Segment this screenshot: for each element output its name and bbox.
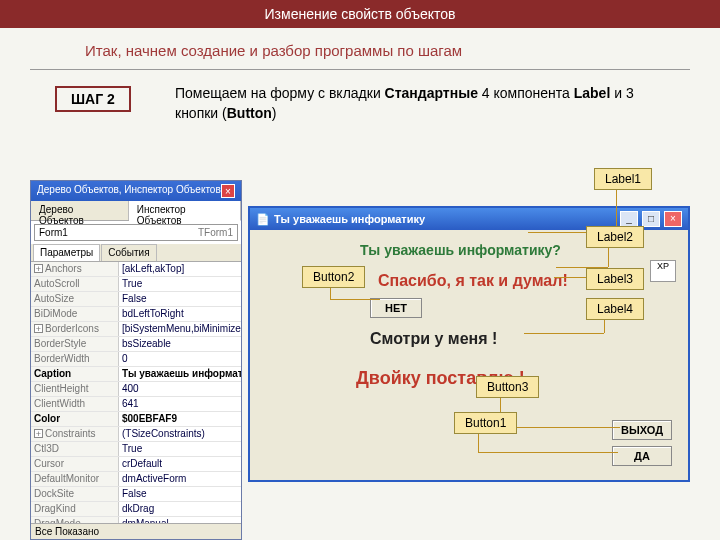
property-name: Anchors xyxy=(45,263,82,274)
text: Помещаем на форму с вкладки xyxy=(175,85,385,101)
property-name: DefaultMonitor xyxy=(34,473,99,484)
label-thanks[interactable]: Спасибо, я так и думал! xyxy=(378,272,568,290)
property-name: Color xyxy=(34,413,60,424)
property-value[interactable]: Ты уважаешь информатику xyxy=(119,367,241,381)
expand-icon[interactable]: + xyxy=(34,324,43,333)
property-row[interactable]: ClientWidth641 xyxy=(31,397,241,412)
callout-button1: Button1 xyxy=(454,412,517,434)
text: 4 компонента xyxy=(478,85,574,101)
connector xyxy=(554,277,586,278)
object-name: Form1 xyxy=(39,227,68,238)
text-bold: Label xyxy=(574,85,611,101)
property-value[interactable]: True xyxy=(119,277,241,291)
connector xyxy=(330,287,331,299)
object-type: TForm1 xyxy=(198,227,233,238)
property-value[interactable]: [biSystemMenu,biMinimize,biMaximiz xyxy=(119,322,241,336)
maximize-icon[interactable]: □ xyxy=(642,211,660,227)
property-name: ClientWidth xyxy=(34,398,85,409)
property-row[interactable]: ClientHeight400 xyxy=(31,382,241,397)
property-value[interactable]: 400 xyxy=(119,382,241,396)
connector xyxy=(478,433,479,453)
button-yes[interactable]: ДА xyxy=(612,446,672,466)
label-look[interactable]: Смотри у меня ! xyxy=(370,330,497,348)
inspector-titlebar[interactable]: Дерево Объектов, Инспектор Объектов × xyxy=(31,181,241,201)
property-name: AutoScroll xyxy=(34,278,80,289)
property-row[interactable]: DockSiteFalse xyxy=(31,487,241,502)
connector xyxy=(604,319,605,333)
callout-label4: Label4 xyxy=(586,298,644,320)
label-question[interactable]: Ты уважаешь информатику? xyxy=(360,242,561,258)
property-row[interactable]: DragKinddkDrag xyxy=(31,502,241,517)
property-name: DragKind xyxy=(34,503,76,514)
tab-events[interactable]: События xyxy=(101,244,156,261)
property-name: BorderWidth xyxy=(34,353,90,364)
property-value[interactable]: bsSizeable xyxy=(119,337,241,351)
property-row[interactable]: AutoSizeFalse xyxy=(31,292,241,307)
property-name: Cursor xyxy=(34,458,64,469)
close-icon[interactable]: × xyxy=(221,184,235,198)
connector xyxy=(524,333,604,334)
property-row[interactable]: DefaultMonitordmActiveForm xyxy=(31,472,241,487)
property-value[interactable]: False xyxy=(119,292,241,306)
tab-properties[interactable]: Параметры xyxy=(33,244,100,261)
property-row[interactable]: AutoScrollTrue xyxy=(31,277,241,292)
callout-label3: Label3 xyxy=(586,268,644,290)
object-inspector-window: Дерево Объектов, Инспектор Объектов × Де… xyxy=(30,180,242,540)
connector xyxy=(478,452,618,453)
form-icon: 📄 xyxy=(256,213,270,226)
step-badge: ШАГ 2 xyxy=(55,86,131,112)
text-bold: Стандартные xyxy=(385,85,478,101)
property-value[interactable]: dkDrag xyxy=(119,502,241,516)
tab-object-inspector[interactable]: Инспектор Объектов xyxy=(129,201,241,221)
property-grid[interactable]: +Anchors[akLeft,akTop]AutoScrollTrueAuto… xyxy=(31,262,241,540)
property-value[interactable]: $00EBFAF9 xyxy=(119,412,241,426)
property-row[interactable]: BiDiModebdLeftToRight xyxy=(31,307,241,322)
connector xyxy=(500,427,620,428)
property-name: BorderStyle xyxy=(34,338,86,349)
property-value[interactable]: False xyxy=(119,487,241,501)
tab-object-tree[interactable]: Дерево Объектов xyxy=(31,201,129,220)
app-title: Ты уважаешь информатику xyxy=(274,213,616,225)
property-row[interactable]: Color$00EBFAF9 xyxy=(31,412,241,427)
text-bold: Button xyxy=(227,105,272,121)
expand-icon[interactable]: + xyxy=(34,429,43,438)
callout-button2: Button2 xyxy=(302,266,365,288)
property-value[interactable]: crDefault xyxy=(119,457,241,471)
property-name: Constraints xyxy=(45,428,96,439)
close-icon[interactable]: × xyxy=(664,211,682,227)
property-value[interactable]: 0 xyxy=(119,352,241,366)
xp-icon: XP xyxy=(650,260,676,282)
inspector-footer: Все Показано xyxy=(31,523,241,539)
callout-label2: Label2 xyxy=(586,226,644,248)
page-title: Изменение свойств объектов xyxy=(0,0,720,28)
property-name: DockSite xyxy=(34,488,74,499)
inspector-tabs: Дерево Объектов Инспектор Объектов xyxy=(31,201,241,221)
property-name: BiDiMode xyxy=(34,308,77,319)
callout-label1: Label1 xyxy=(594,168,652,190)
property-row[interactable]: +BorderIcons[biSystemMenu,biMinimize,biM… xyxy=(31,322,241,337)
minimize-icon[interactable]: _ xyxy=(620,211,638,227)
property-value[interactable]: True xyxy=(119,442,241,456)
property-value[interactable]: (TSizeConstraints) xyxy=(119,427,241,441)
button-no[interactable]: НЕТ xyxy=(370,298,422,318)
property-row[interactable]: Ctl3DTrue xyxy=(31,442,241,457)
property-value[interactable]: bdLeftToRight xyxy=(119,307,241,321)
property-row[interactable]: BorderWidth0 xyxy=(31,352,241,367)
property-name: Caption xyxy=(34,368,71,379)
property-row[interactable]: +Anchors[akLeft,akTop] xyxy=(31,262,241,277)
step-row: ШАГ 2 Помещаем на форму с вкладки Станда… xyxy=(0,84,720,128)
button-exit[interactable]: ВЫХОД xyxy=(612,420,672,440)
property-value[interactable]: [akLeft,akTop] xyxy=(119,262,241,276)
property-row[interactable]: CursorcrDefault xyxy=(31,457,241,472)
property-name: Ctl3D xyxy=(34,443,59,454)
property-name: AutoSize xyxy=(34,293,74,304)
object-selector[interactable]: Form1 TForm1 xyxy=(34,224,238,241)
property-row[interactable]: CaptionТы уважаешь информатику xyxy=(31,367,241,382)
property-row[interactable]: BorderStylebsSizeable xyxy=(31,337,241,352)
expand-icon[interactable]: + xyxy=(34,264,43,273)
property-value[interactable]: dmActiveForm xyxy=(119,472,241,486)
step-description: Помещаем на форму с вкладки Стандартные … xyxy=(175,84,645,123)
property-value[interactable]: 641 xyxy=(119,397,241,411)
property-name: ClientHeight xyxy=(34,383,88,394)
property-row[interactable]: +Constraints(TSizeConstraints) xyxy=(31,427,241,442)
